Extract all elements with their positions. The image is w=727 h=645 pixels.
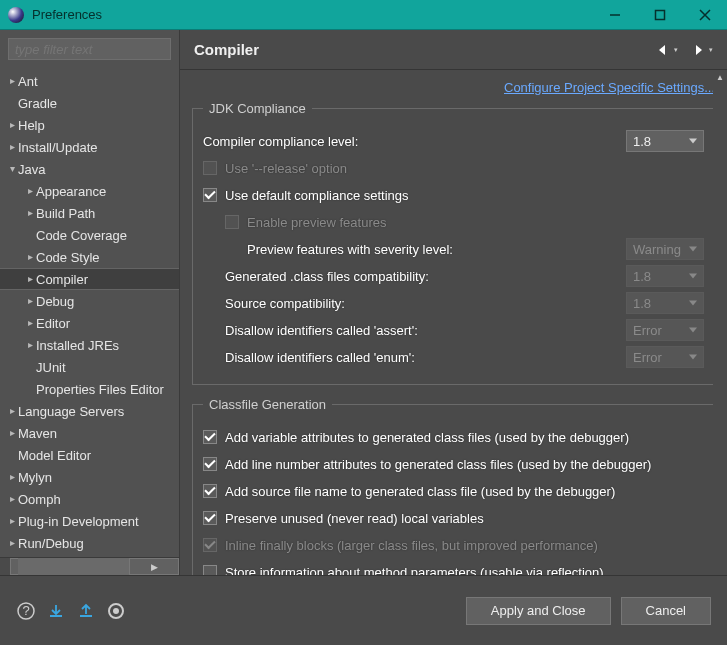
preference-tree[interactable]: AntGradleHelpInstall/UpdateJavaAppearanc… bbox=[0, 68, 179, 557]
tree-item-run-debug[interactable]: Run/Debug bbox=[0, 532, 179, 554]
store-params-checkbox[interactable] bbox=[203, 565, 217, 575]
disclosure-arrow-icon[interactable] bbox=[24, 339, 36, 350]
disclosure-arrow-icon[interactable] bbox=[24, 185, 36, 196]
disclosure-arrow-icon[interactable] bbox=[6, 405, 18, 416]
line-number-label: Add line number attributes to generated … bbox=[225, 457, 704, 472]
tree-item-label: Appearance bbox=[36, 184, 106, 199]
source-compat-select: 1.8 bbox=[626, 292, 704, 314]
tree-item-mylyn[interactable]: Mylyn bbox=[0, 466, 179, 488]
tree-item-code-style[interactable]: Code Style bbox=[0, 246, 179, 268]
tree-item-label: Installed JREs bbox=[36, 338, 119, 353]
horizontal-scrollbar[interactable]: ◀▶ bbox=[0, 557, 179, 575]
tree-item-ant[interactable]: Ant bbox=[0, 70, 179, 92]
source-file-checkbox[interactable] bbox=[203, 484, 217, 498]
tree-item-oomph[interactable]: Oomph bbox=[0, 488, 179, 510]
disclosure-arrow-icon[interactable] bbox=[6, 471, 18, 482]
disclosure-arrow-icon[interactable] bbox=[6, 427, 18, 438]
disclosure-arrow-icon[interactable] bbox=[6, 75, 18, 86]
tree-item-label: Code Style bbox=[36, 250, 100, 265]
apply-and-close-button[interactable]: Apply and Close bbox=[466, 597, 611, 625]
enum-select: Error bbox=[626, 346, 704, 368]
disclosure-arrow-icon[interactable] bbox=[24, 207, 36, 218]
tree-item-language-servers[interactable]: Language Servers bbox=[0, 400, 179, 422]
tree-item-label: Editor bbox=[36, 316, 70, 331]
preserve-unused-checkbox[interactable] bbox=[203, 511, 217, 525]
store-params-label: Store information about method parameter… bbox=[225, 565, 704, 576]
preference-tree-panel: AntGradleHelpInstall/UpdateJavaAppearanc… bbox=[0, 30, 180, 575]
vertical-scrollbar[interactable]: ▲ bbox=[713, 70, 727, 575]
tree-item-label: Maven bbox=[18, 426, 57, 441]
disclosure-arrow-icon[interactable] bbox=[24, 317, 36, 328]
svg-point-4 bbox=[113, 608, 119, 614]
tree-item-maven[interactable]: Maven bbox=[0, 422, 179, 444]
tree-item-label: Plug-in Development bbox=[18, 514, 139, 529]
window-title: Preferences bbox=[32, 7, 592, 22]
var-attr-checkbox[interactable] bbox=[203, 430, 217, 444]
tree-item-editor[interactable]: Editor bbox=[0, 312, 179, 334]
inline-finally-checkbox bbox=[203, 538, 217, 552]
close-button[interactable] bbox=[682, 0, 727, 29]
tree-item-label: Install/Update bbox=[18, 140, 98, 155]
import-icon[interactable] bbox=[46, 601, 66, 621]
generated-compat-label: Generated .class files compatibility: bbox=[225, 269, 626, 284]
dialog-footer: ? Apply and Close Cancel bbox=[0, 575, 727, 645]
tree-item-debug[interactable]: Debug bbox=[0, 290, 179, 312]
disclosure-arrow-icon[interactable] bbox=[6, 537, 18, 548]
source-file-label: Add source file name to generated class … bbox=[225, 484, 704, 499]
tree-item-plug-in-development[interactable]: Plug-in Development bbox=[0, 510, 179, 532]
tree-item-java[interactable]: Java bbox=[0, 158, 179, 180]
preserve-unused-label: Preserve unused (never read) local varia… bbox=[225, 511, 704, 526]
assert-label: Disallow identifiers called 'assert': bbox=[225, 323, 626, 338]
disclosure-arrow-icon[interactable] bbox=[24, 273, 36, 284]
tree-item-label: Run/Debug bbox=[18, 536, 84, 551]
tree-item-label: Code Coverage bbox=[36, 228, 127, 243]
enum-label: Disallow identifiers called 'enum': bbox=[225, 350, 626, 365]
maximize-button[interactable] bbox=[637, 0, 682, 29]
disclosure-arrow-icon[interactable] bbox=[24, 251, 36, 262]
tree-item-properties-files-editor[interactable]: Properties Files Editor bbox=[0, 378, 179, 400]
jdk-legend: JDK Compliance bbox=[203, 101, 312, 116]
filter-input[interactable] bbox=[8, 38, 171, 60]
titlebar: Preferences bbox=[0, 0, 727, 30]
tree-item-model-editor[interactable]: Model Editor bbox=[0, 444, 179, 466]
var-attr-label: Add variable attributes to generated cla… bbox=[225, 430, 704, 445]
tree-item-install-update[interactable]: Install/Update bbox=[0, 136, 179, 158]
tree-item-junit[interactable]: JUnit bbox=[0, 356, 179, 378]
tree-item-gradle[interactable]: Gradle bbox=[0, 92, 179, 114]
tree-item-code-coverage[interactable]: Code Coverage bbox=[0, 224, 179, 246]
minimize-button[interactable] bbox=[592, 0, 637, 29]
page-header: Compiler ▾ ▾ bbox=[180, 30, 727, 70]
disclosure-arrow-icon[interactable] bbox=[6, 515, 18, 526]
tree-item-compiler[interactable]: Compiler bbox=[0, 268, 179, 290]
use-default-checkbox[interactable] bbox=[203, 188, 217, 202]
classfile-legend: Classfile Generation bbox=[203, 397, 332, 412]
tree-item-label: Debug bbox=[36, 294, 74, 309]
generated-compat-select: 1.8 bbox=[626, 265, 704, 287]
configure-project-link[interactable]: Configure Project Specific Settings... bbox=[504, 80, 715, 95]
disclosure-arrow-icon[interactable] bbox=[6, 119, 18, 130]
tree-item-label: Properties Files Editor bbox=[36, 382, 164, 397]
tree-item-label: Language Servers bbox=[18, 404, 124, 419]
help-icon[interactable]: ? bbox=[16, 601, 36, 621]
svg-rect-0 bbox=[655, 10, 664, 19]
oomph-icon[interactable] bbox=[106, 601, 126, 621]
use-release-checkbox bbox=[203, 161, 217, 175]
tree-item-appearance[interactable]: Appearance bbox=[0, 180, 179, 202]
tree-item-installed-jres[interactable]: Installed JREs bbox=[0, 334, 179, 356]
cancel-button[interactable]: Cancel bbox=[621, 597, 711, 625]
inline-finally-label: Inline finally blocks (larger class file… bbox=[225, 538, 704, 553]
compliance-level-select[interactable]: 1.8 bbox=[626, 130, 704, 152]
export-icon[interactable] bbox=[76, 601, 96, 621]
disclosure-arrow-icon[interactable] bbox=[24, 295, 36, 306]
tree-item-label: Build Path bbox=[36, 206, 95, 221]
tree-item-build-path[interactable]: Build Path bbox=[0, 202, 179, 224]
tree-item-help[interactable]: Help bbox=[0, 114, 179, 136]
disclosure-arrow-icon[interactable] bbox=[6, 141, 18, 152]
line-number-checkbox[interactable] bbox=[203, 457, 217, 471]
tree-item-label: Compiler bbox=[36, 272, 88, 287]
preview-severity-label: Preview features with severity level: bbox=[247, 242, 626, 257]
nav-back-button[interactable] bbox=[653, 40, 673, 60]
nav-forward-button[interactable] bbox=[688, 40, 708, 60]
disclosure-arrow-icon[interactable] bbox=[6, 163, 18, 174]
disclosure-arrow-icon[interactable] bbox=[6, 493, 18, 504]
